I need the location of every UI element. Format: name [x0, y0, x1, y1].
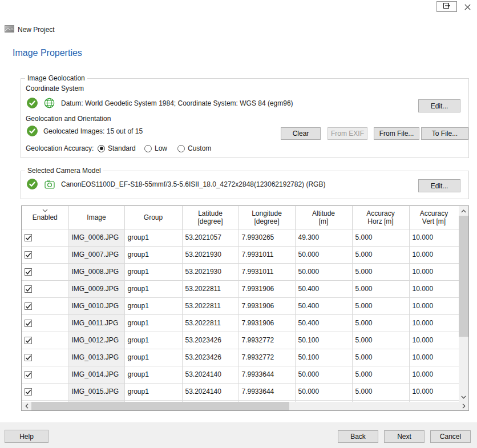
longitude-cell[interactable]: 7.9931011: [238, 263, 295, 280]
cancel-button[interactable]: Cancel: [430, 430, 471, 443]
column-header-enabled[interactable]: Enabled: [22, 206, 68, 229]
longitude-cell[interactable]: 7.9932772: [238, 332, 295, 349]
row-enabled-checkbox[interactable]: [25, 371, 32, 378]
accuracy-horz-cell[interactable]: 5.000: [352, 229, 409, 246]
row-enabled-checkbox[interactable]: [25, 268, 32, 276]
from-exif-button[interactable]: From EXIF: [328, 127, 367, 140]
row-enabled-checkbox[interactable]: [25, 320, 32, 327]
accuracy-vert-cell[interactable]: 10.000: [409, 246, 459, 263]
group-cell[interactable]: group1: [124, 246, 182, 263]
longitude-cell[interactable]: 7.9930265: [238, 229, 295, 246]
group-cell[interactable]: group1: [124, 280, 182, 297]
close-icon[interactable]: [463, 2, 472, 11]
to-file-button[interactable]: To File...: [421, 127, 468, 140]
longitude-cell[interactable]: 7.9933644: [238, 366, 295, 383]
latitude-cell[interactable]: 53.2021930: [182, 246, 238, 263]
back-button[interactable]: Back: [338, 430, 378, 443]
group-cell[interactable]: group1: [124, 314, 182, 332]
scroll-up-icon[interactable]: [459, 206, 468, 216]
accuracy-option-custom[interactable]: Custom: [177, 143, 211, 154]
altitude-cell[interactable]: 50.400: [295, 297, 352, 314]
longitude-cell[interactable]: 7.9931906: [238, 297, 295, 314]
altitude-cell[interactable]: 50.100: [295, 349, 352, 366]
scroll-down-icon[interactable]: [459, 392, 468, 402]
column-header-longitude[interactable]: Longitude[degree]: [238, 206, 295, 229]
accuracy-option-low[interactable]: Low: [144, 143, 167, 154]
edit-camera-button[interactable]: Edit...: [418, 179, 460, 192]
altitude-cell[interactable]: 49.300: [295, 229, 352, 246]
scroll-right-icon[interactable]: [459, 402, 468, 410]
column-header-latitude[interactable]: Latitude[degree]: [182, 206, 238, 229]
altitude-cell[interactable]: 50.000: [295, 366, 352, 383]
longitude-cell[interactable]: 7.9932772: [238, 349, 295, 366]
longitude-cell[interactable]: 7.9933644: [238, 383, 295, 400]
accuracy-vert-cell[interactable]: 10.000: [409, 366, 459, 383]
accuracy-horz-cell[interactable]: 5.000: [352, 246, 409, 263]
latitude-cell[interactable]: 53.2024140: [182, 366, 238, 383]
horizontal-scrollbar[interactable]: [22, 402, 468, 410]
vertical-scrollbar[interactable]: [459, 206, 468, 402]
accuracy-vert-cell[interactable]: 10.000: [409, 314, 459, 332]
column-header-accuracy-horz[interactable]: AccuracyHorz [m]: [352, 206, 409, 229]
row-enabled-checkbox[interactable]: [25, 285, 32, 293]
accuracy-vert-cell[interactable]: 10.000: [409, 280, 459, 297]
group-cell[interactable]: group1: [124, 332, 182, 349]
latitude-cell[interactable]: 53.2022811: [182, 297, 238, 314]
row-enabled-checkbox[interactable]: [25, 234, 32, 241]
longitude-cell[interactable]: 7.9931906: [238, 314, 295, 332]
radio-standard[interactable]: [98, 145, 105, 152]
altitude-cell[interactable]: 50.000: [295, 263, 352, 280]
accuracy-vert-cell[interactable]: 10.000: [409, 349, 459, 366]
row-enabled-checkbox[interactable]: [25, 354, 32, 361]
accuracy-horz-cell[interactable]: 5.000: [352, 332, 409, 349]
altitude-cell[interactable]: 50.400: [295, 314, 352, 332]
latitude-cell[interactable]: 53.2021057: [182, 229, 238, 246]
radio-custom[interactable]: [177, 145, 185, 152]
latitude-cell[interactable]: 53.2021930: [182, 263, 238, 280]
row-enabled-checkbox[interactable]: [25, 302, 32, 310]
altitude-cell[interactable]: 50.000: [295, 383, 352, 400]
accuracy-vert-cell[interactable]: 10.000: [409, 332, 459, 349]
vertical-scrollbar-thumb[interactable]: [459, 216, 468, 337]
column-header-altitude[interactable]: Altitude[m]: [295, 206, 352, 229]
latitude-cell[interactable]: 53.2023426: [182, 349, 238, 366]
clear-button[interactable]: Clear: [281, 127, 321, 140]
group-cell[interactable]: group1: [124, 297, 182, 314]
help-button[interactable]: Help: [5, 430, 48, 443]
group-cell[interactable]: group1: [124, 349, 182, 366]
edit-coordinate-system-button[interactable]: Edit...: [418, 99, 460, 112]
longitude-cell[interactable]: 7.9931906: [238, 280, 295, 297]
row-enabled-checkbox[interactable]: [25, 251, 32, 259]
radio-low[interactable]: [144, 145, 152, 152]
from-file-button[interactable]: From File...: [374, 127, 419, 140]
accuracy-horz-cell[interactable]: 5.000: [352, 349, 409, 366]
group-cell[interactable]: group1: [124, 263, 182, 280]
altitude-cell[interactable]: 50.000: [295, 246, 352, 263]
next-button[interactable]: Next: [384, 430, 425, 443]
accuracy-vert-cell[interactable]: 10.000: [409, 297, 459, 314]
longitude-cell[interactable]: 7.9931011: [238, 246, 295, 263]
altitude-cell[interactable]: 50.100: [295, 332, 352, 349]
altitude-cell[interactable]: 50.400: [295, 280, 352, 297]
group-cell[interactable]: group1: [124, 383, 182, 400]
latitude-cell[interactable]: 53.2023426: [182, 332, 238, 349]
accuracy-horz-cell[interactable]: 5.000: [352, 263, 409, 280]
row-enabled-checkbox[interactable]: [25, 337, 32, 344]
column-header-accuracy-vert[interactable]: AccuracyVert [m]: [409, 206, 459, 229]
group-cell[interactable]: group1: [124, 229, 182, 246]
horizontal-scrollbar-thumb[interactable]: [31, 402, 289, 410]
scroll-left-icon[interactable]: [22, 402, 31, 410]
accuracy-vert-cell[interactable]: 10.000: [409, 383, 459, 400]
accuracy-option-standard[interactable]: Standard: [98, 143, 136, 154]
accuracy-vert-cell[interactable]: 10.000: [409, 263, 459, 280]
accuracy-horz-cell[interactable]: 5.000: [352, 383, 409, 400]
detach-window-button[interactable]: [436, 1, 457, 12]
group-cell[interactable]: group1: [124, 366, 182, 383]
latitude-cell[interactable]: 53.2022811: [182, 280, 238, 297]
accuracy-vert-cell[interactable]: 10.000: [409, 229, 459, 246]
accuracy-horz-cell[interactable]: 5.000: [352, 297, 409, 314]
accuracy-horz-cell[interactable]: 5.000: [352, 366, 409, 383]
row-enabled-checkbox[interactable]: [25, 388, 32, 395]
latitude-cell[interactable]: 53.2024140: [182, 383, 238, 400]
column-header-image[interactable]: Image: [68, 206, 124, 229]
